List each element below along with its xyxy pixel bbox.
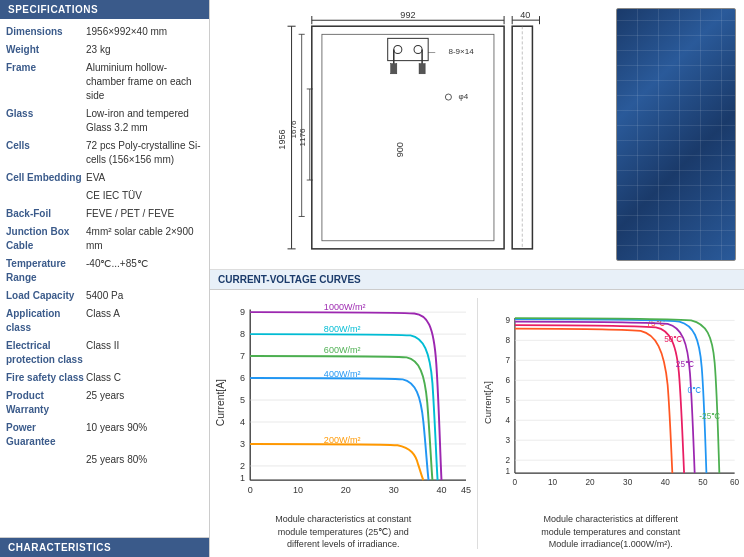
spec-label: Power Guarantee (6, 421, 86, 449)
spec-label: Product Warranty (6, 389, 86, 417)
chars-section: CHARACTERISTICS (0, 537, 209, 557)
spec-row: Back-Foil FEVE / PET / FEVE (6, 205, 203, 223)
chart2-area: 9 8 7 6 5 4 3 2 1 0 10 20 (482, 294, 741, 511)
spec-label: Application class (6, 307, 86, 335)
svg-text:6: 6 (505, 376, 510, 385)
spec-label: Cell Embedding (6, 171, 86, 185)
chart2-container: 9 8 7 6 5 4 3 2 1 0 10 20 (478, 294, 745, 553)
svg-text:20: 20 (585, 478, 595, 487)
spec-row: Dimensions 1956×992×40 mm (6, 23, 203, 41)
spec-value: 25 years 80% (86, 453, 203, 467)
spec-row: CE IEC TÜV (6, 187, 203, 205)
svg-text:-25℃: -25℃ (699, 412, 720, 421)
svg-text:3: 3 (505, 436, 510, 445)
svg-text:25℃: 25℃ (675, 360, 693, 369)
spec-label: Frame (6, 61, 86, 103)
svg-text:Current[A]: Current[A] (215, 379, 226, 426)
svg-text:30: 30 (389, 485, 399, 495)
spec-value: 10 years 90% (86, 421, 203, 449)
svg-text:992: 992 (400, 10, 415, 20)
svg-text:8-9×14: 8-9×14 (448, 47, 474, 56)
svg-text:10: 10 (547, 478, 557, 487)
svg-text:8: 8 (240, 329, 245, 339)
svg-text:4: 4 (505, 416, 510, 425)
left-panel: SPECIFICATIONS Dimensions 1956×992×40 mm… (0, 0, 210, 557)
spec-row: Glass Low-iron and tempered Glass 3.2 mm (6, 105, 203, 137)
chart1-container: 9 8 7 6 5 4 3 2 1 0 10 20 (210, 294, 477, 553)
spec-value: Class II (86, 339, 203, 367)
svg-text:7: 7 (240, 351, 245, 361)
spec-row: Weight 23 kg (6, 41, 203, 59)
svg-text:900: 900 (395, 142, 405, 157)
svg-text:40: 40 (660, 478, 670, 487)
curves-section: CURRENT-VOLTAGE CURVES 9 8 7 6 (210, 270, 744, 557)
svg-text:1956: 1956 (277, 129, 287, 149)
spec-label: Electrical protection class (6, 339, 86, 367)
spec-row: Application class Class A (6, 305, 203, 337)
spec-row: Cell Embedding EVA (6, 169, 203, 187)
spec-value: CE IEC TÜV (86, 189, 203, 203)
spec-label: Weight (6, 43, 86, 57)
svg-text:0: 0 (512, 478, 517, 487)
spec-label: Load Capacity (6, 289, 86, 303)
svg-text:40: 40 (436, 485, 446, 495)
spec-row: 25 years 80% (6, 451, 203, 469)
spec-label: Cells (6, 139, 86, 167)
spec-row: Load Capacity 5400 Pa (6, 287, 203, 305)
technical-diagram: 992 40 (218, 8, 608, 261)
svg-rect-18 (419, 64, 425, 74)
spec-value: Class A (86, 307, 203, 335)
spec-row: Temperature Range -40℃...+85℃ (6, 255, 203, 287)
chart2-caption: Module characteristics at different modu… (537, 511, 684, 553)
svg-text:60: 60 (730, 478, 740, 487)
svg-text:600W/m²: 600W/m² (324, 345, 361, 355)
svg-rect-9 (322, 34, 494, 240)
svg-text:2: 2 (505, 456, 510, 465)
svg-text:0℃: 0℃ (687, 386, 701, 395)
svg-text:30: 30 (623, 478, 633, 487)
spec-value: 23 kg (86, 43, 203, 57)
svg-text:1: 1 (505, 467, 510, 476)
spec-label: Glass (6, 107, 86, 135)
diagram-main: 992 40 (218, 8, 608, 261)
svg-text:8: 8 (505, 336, 510, 345)
spec-value: 25 years (86, 389, 203, 417)
svg-text:5: 5 (505, 396, 510, 405)
svg-text:6: 6 (240, 373, 245, 383)
spec-row: Electrical protection class Class II (6, 337, 203, 369)
svg-text:Current[A]: Current[A] (482, 381, 493, 424)
svg-text:40: 40 (520, 10, 530, 20)
svg-text:7: 7 (505, 356, 510, 365)
spec-value: Aluminium hollow-chamber frame on each s… (86, 61, 203, 103)
svg-text:9: 9 (505, 316, 510, 325)
svg-text:1176: 1176 (298, 128, 307, 146)
svg-text:20: 20 (341, 485, 351, 495)
spec-row: Junction Box Cable 4mm² solar cable 2×90… (6, 223, 203, 255)
spec-label: Back-Foil (6, 207, 86, 221)
spec-value: Class C (86, 371, 203, 385)
svg-text:1: 1 (240, 473, 245, 483)
spec-value: 4mm² solar cable 2×900 mm (86, 225, 203, 253)
svg-text:0: 0 (248, 485, 253, 495)
svg-text:800W/m²: 800W/m² (324, 324, 361, 334)
svg-text:1676: 1676 (289, 120, 298, 138)
chart1-svg: 9 8 7 6 5 4 3 2 1 0 10 20 (214, 294, 473, 511)
spec-row: Product Warranty 25 years (6, 387, 203, 419)
chart2-svg: 9 8 7 6 5 4 3 2 1 0 10 20 (482, 294, 741, 511)
svg-text:2: 2 (240, 461, 245, 471)
chars-header: CHARACTERISTICS (0, 538, 209, 557)
svg-text:φ4: φ4 (459, 92, 469, 101)
svg-text:3: 3 (240, 439, 245, 449)
svg-text:45: 45 (461, 485, 471, 495)
spec-value: 1956×992×40 mm (86, 25, 203, 39)
spec-row: Power Guarantee 10 years 90% (6, 419, 203, 451)
spec-label: Temperature Range (6, 257, 86, 285)
svg-text:4: 4 (240, 417, 245, 427)
specs-header: SPECIFICATIONS (0, 0, 209, 19)
spec-label: Dimensions (6, 25, 86, 39)
spec-label (6, 453, 86, 467)
spec-row: Frame Aluminium hollow-chamber frame on … (6, 59, 203, 105)
chart1-area: 9 8 7 6 5 4 3 2 1 0 10 20 (214, 294, 473, 511)
svg-text:10: 10 (293, 485, 303, 495)
svg-text:1000W/m²: 1000W/m² (324, 302, 366, 312)
